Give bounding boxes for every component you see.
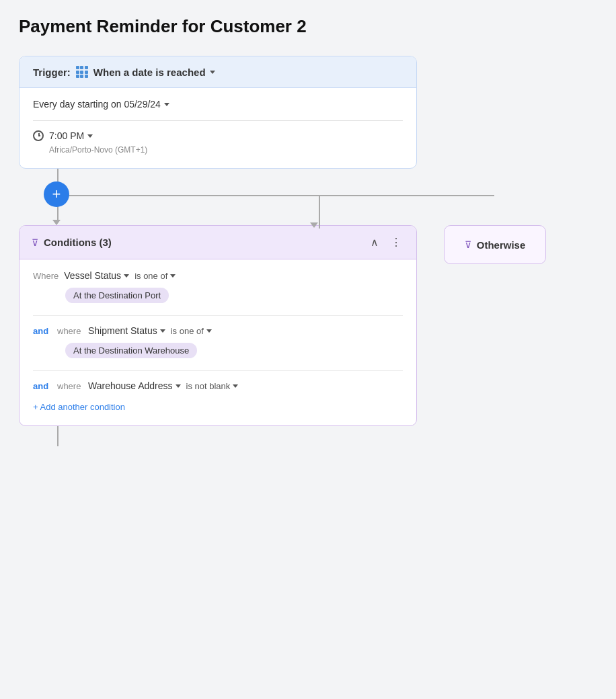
vessel-status-field-button[interactable]: Vessel Status [64,270,129,281]
condition-row-2: and where Shipment Status is one of At t… [33,325,403,365]
and-label-1: and [33,326,52,336]
and-label-2: and [33,381,52,391]
schedule-button[interactable]: Every day starting on 05/29/24 [33,99,169,110]
time-row: 7:00 PM [33,130,403,141]
right-vertical-connector-line [319,195,320,229]
filter-icon: ⊽ [32,237,38,248]
warehouse-address-field-button[interactable]: Warehouse Address [88,380,181,391]
add-button[interactable]: + [44,181,69,207]
bottom-row: ⊽ Conditions (3) ∧ ⋮ Where Vessel Status [19,225,597,426]
horizontal-connector-line [57,195,494,196]
grid-calendar-icon [76,66,88,78]
otherwise-filter-icon: ⊽ [465,239,471,250]
chevron-down-icon [164,103,169,106]
conditions-header: ⊽ Conditions (3) ∧ ⋮ [20,226,416,259]
schedule-text: Every day starting on 05/29/24 [33,99,161,110]
more-icon: ⋮ [391,236,401,249]
bottom-vertical-line [57,426,59,446]
collapse-icon: ∧ [371,236,379,249]
trigger-value-text: When a date is reached [93,67,206,78]
shipment-status-field-button[interactable]: Shipment Status [88,325,165,336]
chevron-down-icon [176,384,181,388]
trigger-body: Every day starting on 05/29/24 7:00 PM A… [20,88,416,168]
warehouse-address-label: Warehouse Address [88,380,173,391]
condition-divider-1 [33,315,403,316]
otherwise-text: Otherwise [477,239,526,251]
conditions-card: ⊽ Conditions (3) ∧ ⋮ Where Vessel Status [19,225,417,426]
trigger-value-button[interactable]: When a date is reached [93,67,215,78]
arrow-down-icon [52,220,61,225]
divider [33,120,403,121]
chevron-down-icon [87,134,93,138]
trigger-card: Trigger: When a date is reached Every da… [19,56,417,169]
trigger-label: Trigger: [33,67,71,78]
condition-1-tag: At the Destination Port [65,288,169,303]
conditions-title-group: ⊽ Conditions (3) [32,237,112,248]
collapse-button[interactable]: ∧ [368,235,381,250]
condition-row-3: and where Warehouse Address is not blank [33,380,403,391]
otherwise-card: ⊽ Otherwise [444,225,546,264]
chevron-down-icon [206,329,212,333]
operator-1-label: is one of [134,271,167,281]
clock-icon [33,130,44,141]
bottom-connector [19,426,417,446]
operator-3-button[interactable]: is not blank [186,381,239,391]
arrow-down-right-icon [310,222,318,228]
chevron-down-icon [124,274,129,278]
condition-2-tag: At the Destination Warehouse [65,343,197,358]
page-title: Payment Reminder for Customer 2 [19,16,597,37]
shipment-status-label: Shipment Status [88,325,157,336]
time-button[interactable]: 7:00 PM [49,130,93,141]
condition-1-fields: Where Vessel Status is one of [33,270,403,281]
condition-3-fields: and where Warehouse Address is not blank [33,380,403,391]
operator-2-label: is one of [171,326,204,336]
where-label-2: where [57,326,83,336]
condition-divider-2 [33,370,403,371]
timezone-text: Africa/Porto-Novo (GMT+1) [49,145,403,155]
operator-1-button[interactable]: is one of [134,271,176,281]
operator-2-button[interactable]: is one of [171,326,212,336]
condition-row-1: Where Vessel Status is one of At the Des… [33,270,403,310]
chevron-down-icon [170,274,176,278]
conditions-body: Where Vessel Status is one of At the Des… [20,259,416,425]
chevron-down-icon [233,384,238,388]
where-label-3: where [57,381,83,391]
time-text: 7:00 PM [49,130,84,141]
conditions-title: Conditions (3) [44,237,112,248]
where-label-1: Where [33,271,59,281]
operator-3-label: is not blank [186,381,231,391]
add-condition-label: + Add another condition [33,402,125,412]
chevron-down-icon [210,71,215,74]
trigger-header: Trigger: When a date is reached [20,56,416,88]
more-options-button[interactable]: ⋮ [388,235,404,250]
chevron-down-icon [160,329,165,333]
add-condition-button[interactable]: + Add another condition [33,398,125,415]
schedule-row: Every day starting on 05/29/24 [33,99,403,110]
conditions-actions: ∧ ⋮ [368,235,404,250]
vessel-status-label: Vessel Status [64,270,121,281]
connector-area: + [19,169,417,222]
condition-2-fields: and where Shipment Status is one of [33,325,403,336]
